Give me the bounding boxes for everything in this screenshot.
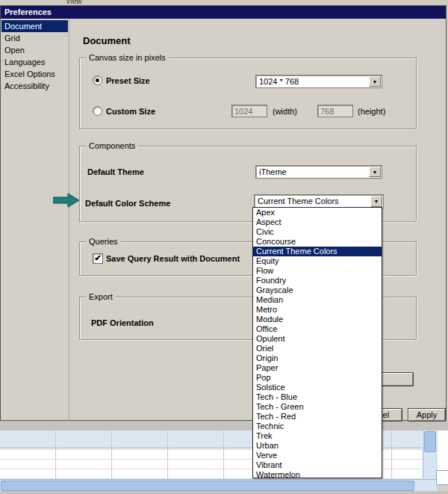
- preset-size-radio[interactable]: [93, 75, 102, 85]
- color-scheme-option[interactable]: Trek: [253, 431, 382, 441]
- background-bottom-strip: [0, 491, 448, 494]
- preset-size-select[interactable]: 1024 * 768 ▼: [255, 75, 382, 88]
- pdf-orientation-label: PDF Orientation: [91, 318, 154, 327]
- default-color-scheme-value: Current Theme Colors: [258, 197, 339, 206]
- preset-size-label: Preset Size: [106, 76, 150, 85]
- color-scheme-option[interactable]: Equity: [253, 256, 382, 266]
- chevron-down-icon: ▼: [374, 199, 379, 204]
- custom-width-value: 1024: [234, 107, 252, 116]
- preset-size-value: 1024 * 768: [259, 77, 299, 86]
- color-scheme-option[interactable]: Watermelon: [253, 470, 382, 478]
- color-scheme-option[interactable]: Vibrant: [253, 460, 382, 470]
- category-list: DocumentGridOpenLanguagesExcel OptionsAc…: [1, 20, 68, 92]
- default-theme-label: Default Theme: [87, 167, 144, 176]
- color-scheme-option[interactable]: Technic: [253, 422, 382, 431]
- vertical-scrollbar-thumb[interactable]: [424, 431, 436, 452]
- chevron-down-icon: ▼: [373, 170, 378, 175]
- export-group-caption: Export: [86, 291, 116, 302]
- dialog-title: Preferences: [4, 7, 52, 16]
- default-theme-value: iTheme: [259, 167, 287, 176]
- height-suffix-label: (height): [358, 107, 385, 116]
- width-suffix-label: (width): [273, 107, 297, 116]
- checkmark-icon: ✔: [94, 253, 101, 262]
- color-scheme-option[interactable]: Solstice: [253, 383, 382, 392]
- color-scheme-option[interactable]: Median: [253, 295, 382, 305]
- page-title: Document: [83, 35, 131, 46]
- combo-arrow-button[interactable]: ▼: [369, 76, 381, 87]
- color-scheme-option[interactable]: Civic: [253, 227, 382, 237]
- sidebar-item[interactable]: Accessibility: [1, 80, 68, 92]
- canvas-size-group-caption: Canvas size in pixels: [86, 52, 169, 63]
- color-scheme-dropdown-list: ApexAspectCivicConcourseCurrent Theme Co…: [252, 207, 382, 478]
- color-scheme-option[interactable]: Module: [253, 315, 382, 324]
- color-scheme-option[interactable]: Grayscale: [253, 285, 382, 295]
- custom-width-input[interactable]: 1024: [231, 105, 267, 117]
- save-query-checkbox[interactable]: ✔: [93, 253, 103, 264]
- color-scheme-option[interactable]: Foundry: [253, 276, 382, 285]
- color-scheme-option[interactable]: Flow: [253, 266, 382, 276]
- scroll-corner-box: [436, 470, 448, 485]
- combo-arrow-button[interactable]: ▼: [369, 167, 381, 177]
- canvas-size-group: Canvas size in pixels Preset Size 1024 *…: [79, 58, 417, 129]
- horizontal-scrollbar-thumb[interactable]: [1, 481, 414, 491]
- screen: View Preferences DocumentGridOpenLanguag…: [0, 0, 448, 494]
- color-scheme-option[interactable]: Tech - Green: [253, 402, 382, 412]
- default-theme-select[interactable]: iTheme ▼: [255, 165, 382, 179]
- sidebar-item[interactable]: Grid: [1, 32, 68, 44]
- background-menu-text: View: [66, 0, 82, 5]
- pointer-arrow-icon: [53, 193, 80, 208]
- apply-button-label: Apply: [417, 410, 438, 419]
- custom-size-label: Custom Size: [106, 107, 155, 116]
- sidebar-item[interactable]: Languages: [1, 56, 68, 68]
- custom-height-value: 768: [320, 107, 334, 116]
- custom-height-input[interactable]: 768: [317, 105, 353, 117]
- color-scheme-option[interactable]: Pop: [253, 373, 382, 383]
- save-query-label: Save Query Result with Document: [106, 254, 240, 263]
- color-scheme-option[interactable]: Urban: [253, 441, 382, 451]
- color-scheme-option[interactable]: Tech - Blue: [253, 392, 382, 402]
- sidebar-divider: [69, 19, 69, 421]
- apply-button[interactable]: Apply: [408, 408, 446, 422]
- color-scheme-option[interactable]: Opulent: [253, 334, 382, 344]
- sidebar-item[interactable]: Document: [1, 20, 68, 32]
- color-scheme-option[interactable]: Origin: [253, 353, 382, 363]
- color-scheme-option[interactable]: Paper: [253, 363, 382, 373]
- color-scheme-option[interactable]: Current Theme Colors: [253, 247, 382, 256]
- color-scheme-option[interactable]: Verve: [253, 451, 382, 460]
- dialog-titlebar[interactable]: Preferences: [1, 6, 446, 19]
- color-scheme-option[interactable]: Tech - Red: [253, 412, 382, 422]
- background-app-top: View: [0, 0, 448, 5]
- default-color-scheme-label: Default Color Scheme: [85, 199, 170, 208]
- chevron-down-icon: ▼: [373, 79, 378, 84]
- color-scheme-option[interactable]: Metro: [253, 305, 382, 315]
- components-group-caption: Components: [86, 141, 138, 151]
- combo-arrow-button[interactable]: ▼: [370, 196, 382, 207]
- color-scheme-option[interactable]: Oriel: [253, 344, 382, 353]
- vertical-scrollbar[interactable]: [423, 430, 438, 479]
- color-scheme-option[interactable]: Office: [253, 324, 382, 334]
- sidebar-item[interactable]: Open: [1, 44, 68, 56]
- horizontal-scrollbar[interactable]: [0, 479, 437, 492]
- sidebar-item[interactable]: Excel Options: [1, 68, 68, 80]
- queries-group-caption: Queries: [86, 236, 121, 247]
- color-scheme-option[interactable]: Apex: [253, 208, 382, 217]
- color-scheme-option[interactable]: Aspect: [253, 217, 382, 227]
- custom-size-radio[interactable]: [93, 106, 102, 116]
- color-scheme-option[interactable]: Concourse: [253, 237, 382, 247]
